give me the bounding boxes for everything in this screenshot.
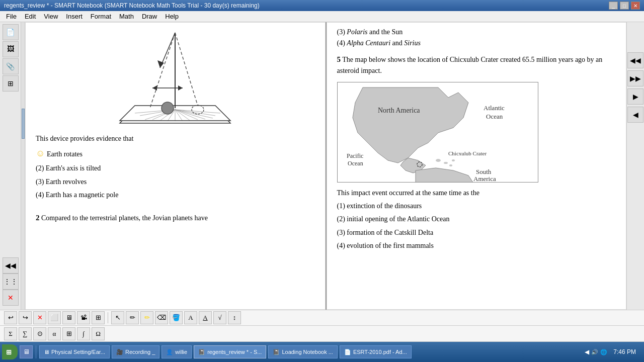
task-icon-5: 📓 — [273, 349, 280, 355]
delete-button[interactable]: ✕ — [33, 311, 46, 324]
highlight-tool[interactable]: ✏ — [140, 311, 153, 324]
sidebar-prev-btn[interactable]: ◀◀ — [3, 257, 19, 274]
left-sidebar: 📄 🖼 📎 ⊞ ◀◀ ⋮⋮ ✕ — [0, 22, 21, 310]
menu-insert[interactable]: Insert — [62, 12, 87, 21]
menu-draw[interactable]: Draw — [138, 12, 161, 21]
choice-3-label: (3) — [36, 178, 44, 186]
choice-2-text: Earth's axis is tilted — [46, 164, 101, 172]
task-physical-setting[interactable]: 🖥 Physical Setting/Ear... — [39, 345, 110, 358]
close-button[interactable]: ✕ — [631, 2, 640, 10]
left-scrollbar[interactable] — [21, 22, 25, 310]
right-next-btn[interactable]: ▶▶ — [627, 70, 643, 86]
redo-button[interactable]: ↪ — [19, 311, 32, 324]
task-sep1 — [36, 345, 36, 358]
task-regents[interactable]: 📓 regents_review * - S... — [194, 345, 266, 358]
undo-button[interactable]: ↩ — [4, 311, 17, 324]
choice-1-text: Earth rotates — [47, 150, 83, 158]
left-page: This device provides evidence that ☺ Ear… — [25, 22, 326, 310]
grid-tool[interactable]: ⊞ — [92, 311, 105, 324]
rect-tool[interactable]: ⬜ — [48, 311, 61, 324]
prev-items: (3) Polaris and the Sun (4) Alpha Centau… — [337, 27, 616, 49]
sidebar-link-btn[interactable]: 📎 — [3, 58, 19, 74]
svg-text:Pacific: Pacific — [347, 152, 363, 159]
arrow-tool[interactable]: ↕ — [228, 311, 241, 324]
text-tool[interactable]: A — [184, 311, 197, 324]
sidebar-table-btn[interactable]: ⊞ — [3, 75, 19, 92]
choice-4: (4) Earth has a magnetic pole — [36, 190, 315, 201]
cursor-tool[interactable]: ↖ — [111, 311, 124, 324]
choice-2-label: (2) — [36, 164, 44, 172]
math-btn5[interactable]: ⊞ — [62, 327, 75, 340]
sidebar-image-btn[interactable]: 🖼 — [3, 41, 19, 57]
right-sidebar: ◀◀ ▶▶ ▶ ◀ — [626, 22, 644, 310]
svg-point-29 — [449, 164, 452, 166]
task-label-4: regents_review * - S... — [207, 349, 262, 355]
drawing-toolbar: ↩ ↪ ✕ ⬜ 🖥 📽 ⊞ ↖ ✏ ✏ ⌫ 🪣 A A √ ↕ — [0, 310, 644, 326]
impact-text: This impact event occurred at the same t… — [337, 188, 616, 199]
right-prev-btn[interactable]: ◀◀ — [627, 52, 643, 68]
maximize-button[interactable]: □ — [620, 2, 629, 10]
q2-num: 2 — [36, 214, 40, 222]
question-2: 2 Compared to the terrestrial planets, t… — [36, 212, 315, 224]
math-btn2[interactable]: ∑ — [19, 327, 32, 340]
impact-choice-2: (2) initial opening of the Atlantic Ocea… — [337, 214, 616, 225]
eraser-tool[interactable]: ⌫ — [155, 311, 168, 324]
choice-2: (2) Earth's axis is tilted — [36, 163, 315, 174]
underline-tool[interactable]: A — [199, 311, 212, 324]
clock-time: 7:46 PM — [613, 348, 636, 355]
svg-text:Ocean: Ocean — [348, 160, 363, 167]
svg-line-20 — [175, 33, 198, 106]
task-esrt[interactable]: 📄 ESRT-2010.pdf - Ad... — [340, 345, 412, 358]
menu-format[interactable]: Format — [87, 12, 115, 21]
impact-choice-1: (1) extinction of the dinosaurs — [337, 201, 616, 212]
menu-help[interactable]: Help — [161, 12, 183, 21]
menu-edit[interactable]: Edit — [21, 12, 40, 21]
pen-tool[interactable]: ✏ — [126, 311, 139, 324]
right-fwd-btn[interactable]: ▶ — [627, 88, 643, 105]
menu-math[interactable]: Math — [115, 12, 138, 21]
sidebar-grid-btn[interactable]: ⋮⋮ — [3, 274, 19, 290]
impact-choice-4: (4) evolution of the first mammals — [337, 240, 616, 251]
right-back-btn[interactable]: ◀ — [627, 107, 643, 123]
svg-marker-25 — [178, 85, 183, 90]
minimize-button[interactable]: _ — [609, 2, 618, 10]
task-label-3: willie — [175, 349, 187, 355]
sidebar-close-btn[interactable]: ✕ — [3, 290, 19, 306]
show-desktop-btn[interactable]: 🖥 — [20, 345, 33, 358]
svg-line-19 — [150, 33, 175, 108]
menu-view[interactable]: View — [40, 12, 62, 21]
menu-file[interactable]: File — [2, 12, 21, 21]
task-willie[interactable]: 👤 willie — [162, 345, 192, 358]
math-btn4[interactable]: α — [48, 327, 61, 340]
sidebar-page-btn[interactable]: 📄 — [3, 24, 19, 40]
start-button[interactable]: ⊞ — [2, 344, 18, 359]
map-svg: North America Atlantic Ocean Chicxulub C… — [338, 82, 538, 183]
question-5: 5 The map below shows the location of Ch… — [337, 53, 616, 77]
start-orb: ⊞ — [6, 348, 12, 356]
right-page: (3) Polaris and the Sun (4) Alpha Centau… — [327, 22, 627, 310]
fill-tool[interactable]: 🪣 — [170, 311, 183, 324]
math-tool[interactable]: √ — [213, 311, 226, 324]
math-btn6[interactable]: ∫ — [77, 327, 90, 340]
task-loading[interactable]: 📓 Loading Notebook ... — [268, 345, 338, 358]
svg-text:Chicxulub Crater: Chicxulub Crater — [448, 150, 487, 156]
present-tool[interactable]: 📽 — [77, 311, 90, 324]
sigma-button[interactable]: Σ — [4, 327, 17, 340]
tray-icon-2: 🔊 — [591, 349, 598, 355]
svg-text:Ocean: Ocean — [486, 113, 503, 120]
prev-item-3: (3) Polaris and the Sun — [337, 27, 616, 38]
svg-text:America: America — [473, 175, 496, 183]
scroll-thumb[interactable] — [22, 109, 25, 139]
window-controls[interactable]: _ □ ✕ — [609, 2, 640, 10]
svg-point-28 — [444, 162, 448, 164]
math-btn3[interactable]: ⊙ — [33, 327, 46, 340]
task-recording[interactable]: 🎥 Recording _ — [112, 345, 159, 358]
q5-text: The map below shows the location of Chic… — [337, 56, 603, 74]
screen-tool[interactable]: 🖥 — [62, 311, 75, 324]
math-toolbar: Σ ∑ ⊙ α ⊞ ∫ Ω — [0, 326, 644, 342]
task-icon-2: 🎥 — [116, 349, 123, 355]
math-btn7[interactable]: Ω — [92, 327, 105, 340]
device-text: This device provides evidence that ☺ Ear… — [36, 133, 315, 201]
choice-4-label: (4) — [36, 191, 44, 199]
svg-point-30 — [452, 159, 455, 161]
